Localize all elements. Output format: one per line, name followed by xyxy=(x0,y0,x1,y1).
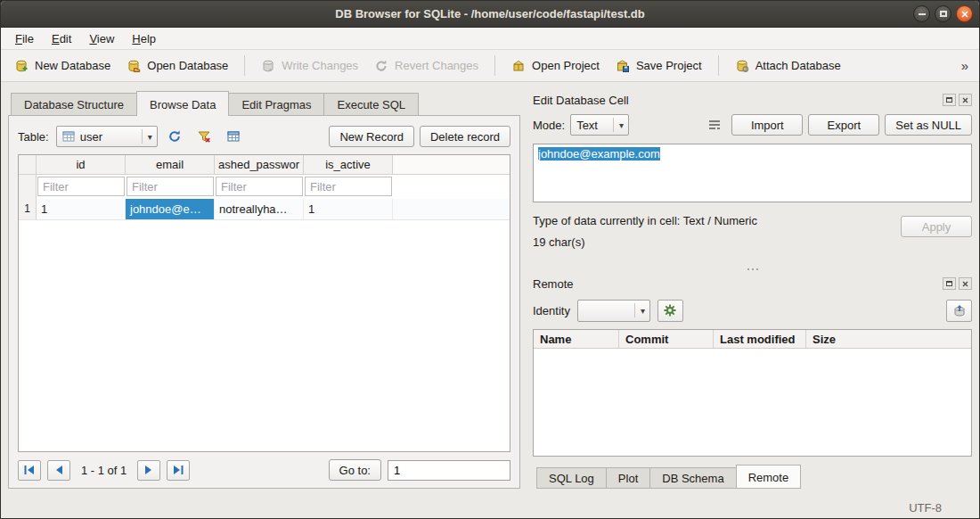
row-header[interactable]: 1 xyxy=(19,199,37,219)
float-edit-cell-button[interactable] xyxy=(943,94,956,106)
browse-toolbar: Table: user ▾ xyxy=(18,125,510,148)
save-project-icon xyxy=(616,59,630,73)
close-button[interactable] xyxy=(956,5,973,22)
revert-changes-button[interactable]: Revert Changes xyxy=(366,54,486,78)
menu-edit[interactable]: Edit xyxy=(43,29,80,48)
new-record-button[interactable]: New Record xyxy=(329,126,414,147)
filter-row xyxy=(19,175,510,199)
menubar: File Edit View Help xyxy=(1,28,979,50)
cell-size-info: 19 char(s) xyxy=(533,235,757,249)
open-project-button[interactable]: Open Project xyxy=(503,54,608,78)
remote-col-commit[interactable]: Commit xyxy=(619,330,714,348)
revert-changes-label: Revert Changes xyxy=(395,59,478,72)
open-project-label: Open Project xyxy=(532,59,600,72)
toolbar: New Database Open Database Write Changes… xyxy=(1,50,979,82)
word-wrap-button[interactable] xyxy=(702,114,726,136)
window-controls xyxy=(913,5,973,22)
close-remote-button[interactable] xyxy=(959,277,972,290)
tab-db-schema[interactable]: DB Schema xyxy=(649,467,736,489)
titlebar[interactable]: DB Browser for SQLite - /home/user/code/… xyxy=(1,1,979,28)
minimize-button[interactable] xyxy=(913,5,930,22)
grid-corner[interactable] xyxy=(19,155,37,175)
identity-settings-button[interactable] xyxy=(657,300,683,322)
toolbar-separator xyxy=(244,55,245,76)
refresh-button[interactable] xyxy=(163,126,187,147)
mode-select[interactable]: Text ▾ xyxy=(570,114,629,136)
write-changes-button[interactable]: Write Changes xyxy=(253,54,366,78)
goto-button[interactable]: Go to: xyxy=(329,459,381,481)
remote-col-size[interactable]: Size xyxy=(806,330,971,348)
clear-filters-button[interactable] xyxy=(192,126,216,147)
push-database-button[interactable] xyxy=(946,300,972,322)
cell-id[interactable]: 1 xyxy=(37,199,126,219)
import-button[interactable]: Import xyxy=(731,114,803,136)
encoding-indicator[interactable]: UTF-8 xyxy=(909,501,942,515)
tab-browse-data[interactable]: Browse Data xyxy=(136,91,229,116)
window-title: DB Browser for SQLite - /home/user/code/… xyxy=(1,7,979,21)
delete-record-button[interactable]: Delete record xyxy=(420,126,510,147)
remote-col-last-modified[interactable]: Last modified xyxy=(714,330,806,348)
cell-email-selected[interactable]: johndoe@e… xyxy=(126,199,215,219)
edit-cell-dock-controls xyxy=(943,94,972,106)
filter-input-is-active[interactable] xyxy=(305,177,392,196)
cell-info: Type of data currently in cell: Text / N… xyxy=(533,214,972,264)
tab-execute-sql[interactable]: Execute SQL xyxy=(323,93,419,115)
splitter-handle[interactable] xyxy=(533,264,972,275)
float-icon xyxy=(946,281,952,286)
remote-header: Remote xyxy=(533,275,972,292)
set-as-null-button[interactable]: Set as NULL xyxy=(885,114,972,136)
left-panel: Database Structure Browse Data Edit Prag… xyxy=(8,91,520,489)
goto-input[interactable] xyxy=(388,460,510,481)
previous-record-button[interactable] xyxy=(47,460,70,481)
column-header-hashed-password[interactable]: ashed_passwor xyxy=(215,155,304,175)
tab-plot[interactable]: Plot xyxy=(606,467,650,489)
toolbar-overflow-button[interactable]: » xyxy=(956,56,974,75)
dropdown-arrow-icon: ▾ xyxy=(613,118,624,132)
tab-edit-pragmas[interactable]: Edit Pragmas xyxy=(228,93,324,115)
export-button[interactable]: Export xyxy=(808,114,879,136)
identity-select[interactable]: ▾ xyxy=(577,300,650,322)
next-record-button[interactable] xyxy=(137,460,160,481)
dock-tabbar: SQL Log Plot DB Schema Remote xyxy=(533,465,972,489)
remote-title: Remote xyxy=(533,277,574,291)
remote-col-name[interactable]: Name xyxy=(534,330,619,348)
edit-cell-toolbar: Mode: Text ▾ Import Export Set as NULL xyxy=(533,113,972,136)
filter-input-email[interactable] xyxy=(127,177,214,196)
filter-input-id[interactable] xyxy=(37,177,125,196)
menu-help[interactable]: Help xyxy=(123,29,165,48)
filter-input-hashed-password[interactable] xyxy=(216,177,303,196)
column-header-id[interactable]: id xyxy=(37,155,126,175)
new-database-icon xyxy=(14,59,29,73)
float-remote-button[interactable] xyxy=(943,277,956,290)
apply-button[interactable]: Apply xyxy=(901,216,972,237)
float-icon xyxy=(946,97,952,103)
new-database-button[interactable]: New Database xyxy=(6,54,118,78)
cell-is-active[interactable]: 1 xyxy=(304,199,393,219)
word-wrap-icon xyxy=(707,118,722,132)
selected-cell-text: johndoe@example.com xyxy=(538,147,660,161)
cell-hashed-password[interactable]: notreallyha… xyxy=(215,199,304,219)
column-header-is-active[interactable]: is_active xyxy=(304,155,393,175)
cell-editor[interactable]: johndoe@example.com xyxy=(533,144,972,202)
save-results-button[interactable] xyxy=(222,126,246,147)
menu-view[interactable]: View xyxy=(80,29,123,48)
tab-sql-log[interactable]: SQL Log xyxy=(536,467,607,489)
close-edit-cell-button[interactable] xyxy=(959,94,972,106)
maximize-button[interactable] xyxy=(935,5,951,22)
tab-remote[interactable]: Remote xyxy=(736,465,802,489)
save-project-button[interactable]: Save Project xyxy=(608,54,710,78)
menu-file[interactable]: File xyxy=(6,29,43,48)
revert-changes-icon xyxy=(374,59,388,73)
first-record-button[interactable] xyxy=(18,460,41,481)
column-header-email[interactable]: email xyxy=(126,155,215,175)
tab-database-structure[interactable]: Database Structure xyxy=(11,93,137,115)
last-record-button[interactable] xyxy=(167,460,190,481)
cell-type-info: Type of data currently in cell: Text / N… xyxy=(533,214,757,227)
open-database-button[interactable]: Open Database xyxy=(118,54,236,78)
table-icon xyxy=(62,130,75,143)
gear-icon xyxy=(663,303,677,317)
table-select[interactable]: user ▾ xyxy=(56,126,158,147)
grid-empty-area xyxy=(19,220,510,451)
attach-database-button[interactable]: Attach Database xyxy=(727,54,849,78)
identity-label: Identity xyxy=(533,304,570,317)
